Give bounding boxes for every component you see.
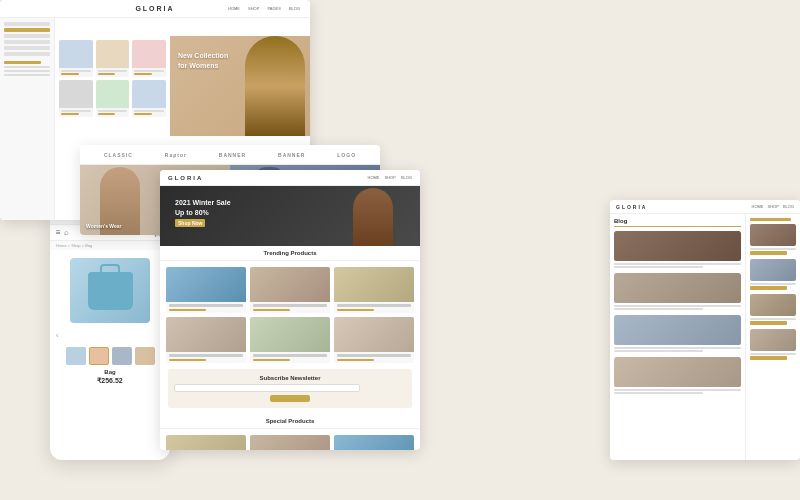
sg-product-3 — [334, 267, 414, 313]
sg-special-img-1 — [166, 435, 246, 450]
sb-nav-1: HOME — [752, 204, 764, 209]
ss-sidebar-filter — [4, 61, 50, 76]
sg-subscribe-button[interactable] — [270, 395, 310, 402]
sg-prod-info-2 — [250, 302, 330, 313]
sb-body: Blog — [610, 214, 800, 460]
sg-newsletter-input[interactable] — [174, 384, 360, 392]
product-label-2 — [98, 70, 128, 72]
sb-sidebar-item-2 — [750, 259, 796, 290]
ss-nav-item-2: SHOP — [248, 6, 259, 11]
sg-prod-price-4 — [169, 359, 206, 361]
ss-product-4 — [59, 80, 93, 117]
sb-nav: HOME SHOP BLOG — [752, 204, 794, 209]
sb-sidebar-btn-3[interactable] — [750, 321, 787, 325]
sg-prod-info-3 — [334, 302, 414, 313]
sg-section-title: Trending Products — [160, 246, 420, 261]
sg-prod-name-4 — [169, 354, 243, 357]
sc-brands-bar: CLASSIC Raptor BANNER BANNER LOGO — [80, 145, 380, 165]
sg-product-5 — [250, 317, 330, 363]
sc-womens-label: Women's Wear — [86, 223, 121, 229]
product-img-4 — [59, 80, 93, 108]
sb-blog-text-2b — [614, 308, 703, 310]
sg-prod-info-5 — [250, 352, 330, 363]
sb-nav-2: SHOP — [768, 204, 779, 209]
sb-blog-img-4 — [614, 357, 741, 387]
sg-prod-img-1 — [166, 267, 246, 302]
product-info-5 — [96, 108, 130, 117]
brand-3: BANNER — [219, 152, 246, 158]
sg-prod-price-1 — [169, 309, 206, 311]
sg-prod-price-5 — [253, 359, 290, 361]
thumb-4[interactable] — [135, 347, 155, 365]
sg-special-3 — [334, 435, 414, 450]
sb-logo: GLORIA — [616, 204, 647, 210]
sb-sidebar-btn-4[interactable] — [750, 356, 787, 360]
product-label-3 — [134, 70, 164, 72]
sg-special-img-2 — [250, 435, 330, 450]
ss-product-3 — [132, 40, 166, 77]
ss-sidebar-item-5 — [4, 46, 50, 50]
sb-blog-text-1a — [614, 263, 741, 265]
ss-product-2 — [96, 40, 130, 77]
sb-blog-text-3a — [614, 347, 741, 349]
sb-sidebar-bar-3 — [750, 318, 796, 320]
price-filter-bar — [4, 61, 41, 64]
product-info-3 — [132, 68, 166, 77]
sb-blog-text-2a — [614, 305, 741, 307]
sg-banner-figure — [345, 188, 400, 246]
sg-prod-price-6 — [337, 359, 374, 361]
filter-item-2 — [4, 70, 50, 72]
thumb-3[interactable] — [112, 347, 132, 365]
filter-item-1 — [4, 66, 50, 68]
bag-body — [88, 272, 133, 310]
sb-blog-text-4b — [614, 392, 703, 394]
sb-sidebar-accent — [750, 218, 791, 221]
sg-prod-img-2 — [250, 267, 330, 302]
mobile-preview: My account | Contact Us ≡ ⌕ GLORIA ♡ 🛒 H… — [50, 210, 170, 460]
sb-sidebar-item-4 — [750, 329, 796, 360]
product-price-3 — [134, 73, 152, 75]
sb-blog-text-4a — [614, 389, 741, 391]
sb-blog-text-1b — [614, 266, 703, 268]
mobile-product-price: ₹256.52 — [50, 375, 170, 387]
sb-sidebar-btn-2[interactable] — [750, 286, 787, 290]
sb-main-content: Blog — [610, 214, 745, 460]
sg-prod-img-6 — [334, 317, 414, 352]
ss-main-header: GLORIA HOME SHOP PAGES BLOG — [0, 0, 310, 18]
sg-sale-banner: 2021 Winter SaleUp to 80%Shop Now — [160, 186, 420, 246]
prev-arrow[interactable]: ‹ — [56, 331, 59, 340]
sb-sidebar-img-1 — [750, 224, 796, 246]
product-price-4 — [61, 113, 79, 115]
sg-prod-name-2 — [253, 304, 327, 307]
sg-newsletter: Subscribe Newsletter — [168, 369, 412, 408]
sg-product-6 — [334, 317, 414, 363]
sb-nav-3: BLOG — [783, 204, 794, 209]
thumb-1[interactable] — [66, 347, 86, 365]
sb-sidebar-img-2 — [750, 259, 796, 281]
thumb-2[interactable] — [89, 347, 109, 365]
ss-nav-item-3: PAGES — [267, 6, 281, 11]
hamburger-icon: ≡ — [56, 228, 61, 237]
sg-nav-3: BLOG — [401, 175, 412, 180]
sb-sidebar-btn-1[interactable] — [750, 251, 787, 255]
mobile-breadcrumb: Home > Shop > Bag — [50, 241, 170, 250]
product-img-2 — [96, 40, 130, 68]
sg-nav: HOME SHOP BLOG — [368, 175, 412, 180]
sg-prod-name-5 — [253, 354, 327, 357]
sb-blog-item-4 — [614, 357, 741, 395]
sg-prod-price-2 — [253, 309, 290, 311]
ss-main-nav: HOME SHOP PAGES BLOG — [228, 6, 300, 11]
mobile-nav-arrows: ‹ › — [50, 331, 170, 340]
mobile-menu-icons: ≡ ⌕ — [56, 228, 69, 237]
sg-prod-info-4 — [166, 352, 246, 363]
sb-sidebar-bar-2 — [750, 283, 796, 285]
product-price-2 — [98, 73, 116, 75]
sg-prod-name-6 — [337, 354, 411, 357]
sg-special-products — [160, 429, 420, 450]
sg-product-1 — [166, 267, 246, 313]
ss-sidebar-item-4 — [4, 40, 50, 44]
product-label-4 — [61, 110, 91, 112]
sb-blog-img-3 — [614, 315, 741, 345]
ss-sidebar-item-6 — [4, 52, 50, 56]
product-label-5 — [98, 110, 128, 112]
